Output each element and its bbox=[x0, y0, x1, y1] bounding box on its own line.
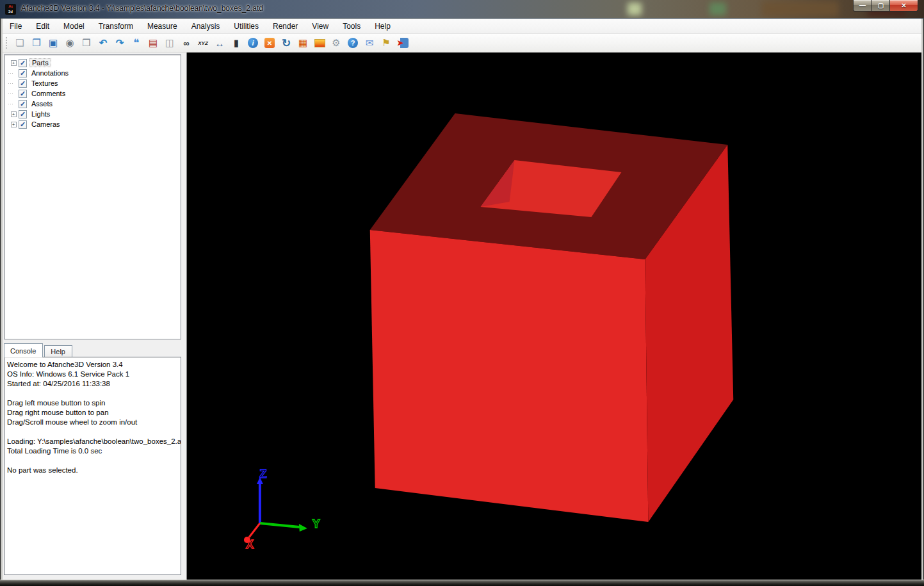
checkbox-parts[interactable]: ✓ bbox=[19, 59, 27, 67]
close-button[interactable]: ✕ bbox=[889, 0, 918, 12]
trash-icon[interactable]: ◫ bbox=[161, 37, 178, 49]
bottom-tab-strip: Console Help bbox=[4, 343, 74, 357]
console-line: Loading: Y:\samples\afanche\boolean\two_… bbox=[7, 437, 179, 446]
console-line bbox=[7, 389, 179, 398]
left-panel: + ✓ Parts ✓ Annotations ✓ Textures ✓ bbox=[3, 53, 186, 580]
console-line: Welcome to Afanche3D Version 3.4 bbox=[7, 360, 179, 370]
console-line: Total Loading Time is 0.0 sec bbox=[7, 446, 179, 456]
y-axis-label: Y bbox=[312, 517, 320, 532]
toolbar-grip[interactable] bbox=[5, 37, 8, 49]
console-line: Drag left mouse button to spin bbox=[7, 398, 179, 408]
tree-item-cameras[interactable]: + ✓ Cameras bbox=[8, 119, 181, 129]
open-folder-icon[interactable]: ❐ bbox=[28, 37, 45, 49]
info-icon[interactable]: i bbox=[245, 37, 261, 49]
checkbox-cameras[interactable]: ✓ bbox=[19, 120, 27, 129]
tab-console[interactable]: Console bbox=[4, 343, 43, 357]
window-title: Afanche3D Version 3.4 - Y:\samples\afanc… bbox=[21, 4, 263, 13]
tree-label-cameras[interactable]: Cameras bbox=[29, 120, 62, 128]
tree-guide bbox=[8, 99, 19, 109]
email-icon[interactable]: ✉ bbox=[361, 37, 378, 49]
tree-item-lights[interactable]: + ✓ Lights bbox=[8, 109, 181, 119]
checkbox-textures[interactable]: ✓ bbox=[19, 79, 27, 88]
tree-label-lights[interactable]: Lights bbox=[29, 110, 52, 118]
console-line: OS Info: Windows 6.1 Service Pack 1 bbox=[7, 370, 179, 379]
exit-arrow-glyph: ➤ bbox=[397, 38, 409, 48]
console-line: No part was selected. bbox=[7, 466, 179, 475]
tree-label-annotations[interactable]: Annotations bbox=[29, 69, 70, 77]
checkbox-lights[interactable]: ✓ bbox=[19, 110, 27, 118]
checkbox-assets[interactable]: ✓ bbox=[19, 100, 27, 108]
menu-edit[interactable]: Edit bbox=[29, 20, 56, 33]
app-logo-icon: At3d bbox=[5, 4, 16, 15]
window-controls: — ▢ ✕ bbox=[854, 0, 918, 12]
flag-icon[interactable]: ⚑ bbox=[378, 37, 394, 49]
redo-icon[interactable]: ↷ bbox=[111, 37, 128, 49]
tree-label-comments[interactable]: Comments bbox=[29, 90, 67, 97]
menu-bar: File Edit Model Transform Measure Analys… bbox=[3, 19, 921, 34]
menu-help[interactable]: Help bbox=[368, 20, 398, 33]
checkbox-comments[interactable]: ✓ bbox=[19, 90, 27, 98]
color-swatch-block bbox=[314, 39, 325, 47]
close-x-icon[interactable]: ✕ bbox=[261, 37, 278, 49]
titlebar-glass-artifact bbox=[709, 3, 726, 15]
settings-gear-icon[interactable]: ⚙ bbox=[328, 37, 344, 49]
tree-item-textures[interactable]: ✓ Textures bbox=[8, 78, 181, 88]
tree-label-assets[interactable]: Assets bbox=[29, 100, 54, 108]
content-area: + ✓ Parts ✓ Annotations ✓ Textures ✓ bbox=[3, 53, 921, 580]
help-icon[interactable]: ? bbox=[344, 37, 361, 49]
menu-model[interactable]: Model bbox=[56, 20, 92, 33]
menu-tools[interactable]: Tools bbox=[336, 20, 368, 33]
help-glyph: ? bbox=[348, 38, 358, 48]
menu-view[interactable]: View bbox=[305, 20, 336, 33]
measure-ruler-icon[interactable]: ↔ bbox=[211, 37, 228, 49]
comments-icon[interactable]: ❝ bbox=[128, 37, 145, 49]
expand-icon[interactable]: + bbox=[11, 111, 17, 117]
checkbox-annotations[interactable]: ✓ bbox=[19, 69, 27, 77]
print-icon[interactable]: ❒ bbox=[78, 37, 95, 49]
close-x-glyph: ✕ bbox=[264, 38, 275, 48]
refresh-icon[interactable]: ↻ bbox=[278, 37, 295, 49]
tree-guide bbox=[8, 78, 19, 88]
menu-transform[interactable]: Transform bbox=[92, 20, 140, 33]
menu-render[interactable]: Render bbox=[266, 20, 305, 33]
tree-item-assets[interactable]: ✓ Assets bbox=[8, 99, 181, 109]
model-front-face bbox=[370, 230, 649, 522]
console-line: Drag/Scroll mouse wheel to zoom in/out bbox=[7, 418, 179, 427]
tree-guide bbox=[8, 88, 19, 99]
binoculars-icon[interactable]: ∞ bbox=[178, 37, 195, 49]
viewport-scene: Z Y X bbox=[187, 53, 921, 580]
maximize-button[interactable]: ▢ bbox=[871, 0, 890, 12]
exit-door-icon[interactable]: ➤ bbox=[394, 37, 411, 49]
materials-books-icon[interactable]: ▤ bbox=[145, 37, 161, 49]
undo-icon[interactable]: ↶ bbox=[95, 37, 111, 49]
tree-guide bbox=[8, 68, 19, 78]
scene-tree[interactable]: + ✓ Parts ✓ Annotations ✓ Textures ✓ bbox=[4, 54, 181, 339]
window-bottom-frame bbox=[0, 580, 924, 586]
xyz-icon[interactable]: XYZ bbox=[195, 37, 211, 49]
panel-icon[interactable]: ▮ bbox=[228, 37, 245, 49]
menu-analysis[interactable]: Analysis bbox=[184, 20, 227, 33]
color-grid-icon[interactable]: ▦ bbox=[295, 37, 311, 49]
tree-label-parts[interactable]: Parts bbox=[29, 58, 51, 67]
titlebar[interactable]: At3d Afanche3D Version 3.4 - Y:\samples\… bbox=[0, 0, 924, 19]
tree-item-parts[interactable]: + ✓ Parts bbox=[8, 58, 181, 68]
menu-utilities[interactable]: Utilities bbox=[227, 20, 266, 33]
expand-icon[interactable]: + bbox=[11, 60, 17, 66]
menu-file[interactable]: File bbox=[3, 20, 29, 33]
viewport-3d[interactable]: Z Y X bbox=[186, 53, 921, 580]
new-document-icon[interactable]: ❏ bbox=[12, 37, 28, 49]
menu-measure[interactable]: Measure bbox=[140, 20, 184, 33]
expand-icon[interactable]: + bbox=[11, 122, 17, 127]
z-axis-label: Z bbox=[259, 467, 267, 482]
save-icon[interactable]: ▣ bbox=[45, 37, 61, 49]
camera-icon[interactable]: ◉ bbox=[61, 37, 78, 49]
console-line: Started at: 04/25/2016 11:33:38 bbox=[7, 379, 179, 389]
tree-item-comments[interactable]: ✓ Comments bbox=[8, 88, 181, 99]
tab-help[interactable]: Help bbox=[44, 345, 72, 357]
console-output[interactable]: Welcome to Afanche3D Version 3.4 OS Info… bbox=[4, 357, 181, 575]
tree-label-textures[interactable]: Textures bbox=[29, 79, 60, 87]
tree-item-annotations[interactable]: ✓ Annotations bbox=[8, 68, 181, 78]
color-swatch-icon[interactable] bbox=[311, 37, 328, 49]
y-axis bbox=[260, 523, 300, 527]
minimize-button[interactable]: — bbox=[853, 0, 872, 12]
